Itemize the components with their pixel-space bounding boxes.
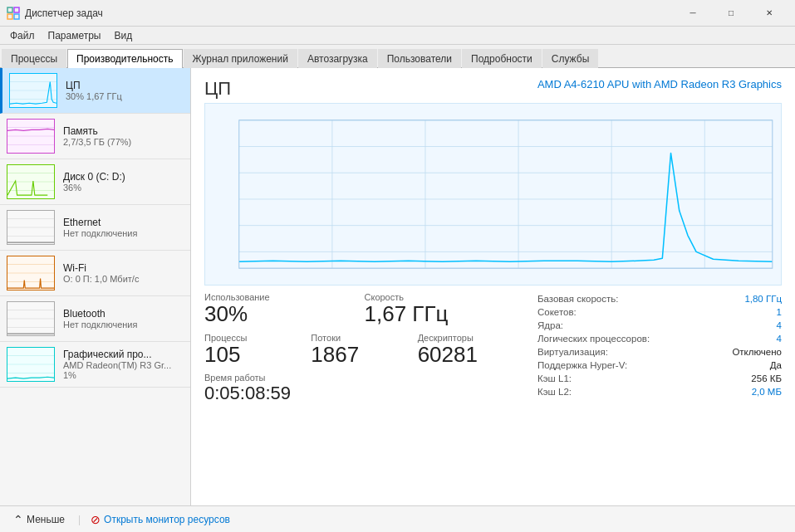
sidebar-item-disk[interactable]: Диск 0 (C: D:) 36% — [0, 159, 190, 205]
uptime-stat: Время работы 0:05:08:59 — [204, 373, 524, 404]
stats-row-2: Процессы 105 Потоки 1867 Дескрипторы 602… — [204, 333, 524, 367]
info-row-base-speed: Базовая скорость: 1,80 ГГц — [537, 292, 782, 305]
ethernet-info: Ethernet Нет подключения — [63, 217, 184, 238]
panel-title: ЦП — [204, 78, 231, 100]
window-controls: ─ □ ✕ — [674, 0, 788, 27]
bluetooth-info: Bluetooth Нет подключения — [63, 308, 184, 329]
sidebar-item-memory[interactable]: Память 2,7/3,5 ГБ (77%) — [0, 114, 190, 159]
panel-header: ЦП AMD A4-6210 APU with AMD Radeon R3 Gr… — [204, 78, 782, 100]
info-row-l2: Кэш L2: 2,0 МБ — [537, 385, 782, 398]
speed-stat: Скорость 1,67 ГГц — [365, 292, 525, 326]
cpu-thumbnail — [9, 73, 57, 108]
tab-app-history[interactable]: Журнал приложений — [184, 49, 297, 68]
sidebar: ЦП 30% 1,67 ГГц Память 2,7/3,5 ГБ (77%) — [0, 68, 191, 505]
minimize-button[interactable]: ─ — [674, 0, 712, 27]
app-icon — [7, 7, 20, 20]
info-column: Базовая скорость: 1,80 ГГц Сокетов: 1 Яд… — [524, 292, 782, 404]
disk-thumbnail — [7, 164, 55, 199]
tabbar: Процессы Производительность Журнал прило… — [0, 45, 795, 68]
wifi-thumbnail — [7, 256, 55, 290]
tab-users[interactable]: Пользователи — [378, 49, 461, 68]
processes-stat: Процессы 105 — [204, 333, 311, 367]
less-button[interactable]: ⌃ Меньше — [10, 511, 68, 528]
performance-panel: ЦП AMD A4-6210 APU with AMD Radeon R3 Gr… — [191, 68, 795, 505]
resource-monitor-link[interactable]: ⊘ Открыть монитор ресурсов — [91, 513, 230, 526]
threads-stat: Потоки 1867 — [311, 333, 417, 367]
window-title: Диспетчер задач — [25, 7, 674, 19]
main-content: ЦП 30% 1,67 ГГц Память 2,7/3,5 ГБ (77%) — [0, 68, 795, 505]
gpu-thumbnail — [7, 347, 55, 382]
bluetooth-thumbnail — [7, 301, 55, 336]
gpu-info: Графический про... AMD Radeon(TM) R3 Gr.… — [63, 349, 184, 380]
sidebar-item-bluetooth[interactable]: Bluetooth Нет подключения — [0, 296, 190, 342]
svg-rect-2 — [7, 14, 12, 19]
memory-thumbnail — [7, 119, 55, 154]
sidebar-item-gpu[interactable]: Графический про... AMD Radeon(TM) R3 Gr.… — [0, 342, 190, 388]
tab-startup[interactable]: Автозагрузка — [298, 49, 377, 68]
info-row-virtualization: Виртуализация: Отключено — [537, 345, 782, 359]
separator: | — [78, 514, 81, 525]
maximize-button[interactable]: □ — [712, 0, 750, 27]
menu-file[interactable]: Файл — [3, 28, 42, 43]
wifi-info: Wi-Fi О: 0 П: 1,0 Мбит/с — [63, 262, 184, 284]
close-button[interactable]: ✕ — [750, 0, 788, 27]
menubar: Файл Параметры Вид — [0, 27, 795, 45]
tab-services[interactable]: Службы — [542, 49, 598, 68]
handles-stat: Дескрипторы 60281 — [418, 333, 524, 367]
stats-left: Использование 30% Скорость 1,67 ГГц Проц… — [204, 292, 524, 404]
usage-stat: Использование 30% — [204, 292, 365, 326]
info-row-logical: Логических процессоров: 4 — [537, 332, 782, 345]
stats-row-1: Использование 30% Скорость 1,67 ГГц — [204, 292, 524, 326]
svg-rect-3 — [14, 14, 19, 19]
tab-performance[interactable]: Производительность — [67, 49, 182, 68]
sidebar-item-wifi[interactable]: Wi-Fi О: 0 П: 1,0 Мбит/с — [0, 251, 190, 296]
menu-view[interactable]: Вид — [107, 28, 139, 43]
cpu-chart: % Utilization 100% 0 60 секунд — [204, 103, 782, 286]
ethernet-thumbnail — [7, 210, 55, 245]
chevron-up-icon: ⌃ — [13, 513, 23, 526]
svg-rect-0 — [7, 7, 12, 12]
tab-processes[interactable]: Процессы — [2, 49, 66, 68]
info-row-sockets: Сокетов: 1 — [537, 305, 782, 319]
stats-section: Использование 30% Скорость 1,67 ГГц Проц… — [204, 292, 782, 404]
titlebar: Диспетчер задач ─ □ ✕ — [0, 0, 795, 27]
disk-info: Диск 0 (C: D:) 36% — [63, 171, 184, 193]
sidebar-item-cpu[interactable]: ЦП 30% 1,67 ГГц — [0, 68, 190, 114]
info-row-hyperv: Поддержка Hyper-V: Да — [537, 359, 782, 372]
tab-details[interactable]: Подробности — [462, 49, 542, 68]
monitor-icon: ⊘ — [91, 513, 101, 526]
info-row-l1: Кэш L1: 256 КБ — [537, 372, 782, 385]
info-row-cores: Ядра: 4 — [537, 319, 782, 332]
memory-info: Память 2,7/3,5 ГБ (77%) — [63, 125, 184, 147]
sidebar-item-ethernet[interactable]: Ethernet Нет подключения — [0, 205, 190, 251]
svg-rect-32 — [205, 104, 781, 285]
svg-rect-1 — [14, 7, 19, 12]
menu-params[interactable]: Параметры — [42, 28, 108, 43]
cpu-info: ЦП 30% 1,67 ГГц — [66, 80, 184, 101]
bottombar: ⌃ Меньше | ⊘ Открыть монитор ресурсов — [0, 505, 795, 532]
panel-subtitle: AMD A4-6210 APU with AMD Radeon R3 Graph… — [537, 78, 782, 90]
